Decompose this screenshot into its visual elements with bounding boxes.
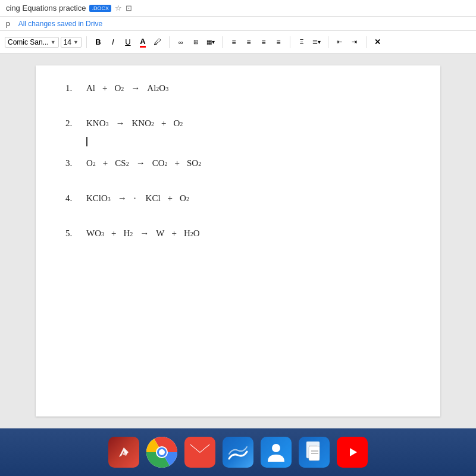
eq-arrow-2: → [116, 118, 125, 129]
comment-button[interactable]: ▦▾ [204, 36, 217, 49]
eq-op-plus-1: + [102, 83, 107, 93]
taskbar-icon-youtube[interactable] [337, 437, 368, 468]
eq-sub-2a: 2 [121, 86, 124, 92]
eq-term-o2-3: O2 [86, 158, 96, 168]
eq-term-so2: SO2 [187, 158, 201, 168]
toolbar-sep-2 [169, 36, 170, 48]
underline-button[interactable]: U [121, 36, 134, 49]
eq-arrow-1: → [131, 83, 140, 93]
highlight-button[interactable]: 🖊 [151, 36, 164, 49]
font-color-label: A [140, 37, 145, 48]
italic-button[interactable]: I [107, 36, 120, 49]
toolbar-sep-4 [290, 36, 290, 48]
document-area: 1. Al + O2 → Al2O3 2. KNO3 → KNO2 + O2 [0, 54, 476, 428]
eq-op-plus-4: + [168, 193, 173, 203]
person-svg [267, 441, 286, 463]
equation-row-3: 3. O2 + CS2 → CO2 + SO2 [65, 158, 411, 168]
eq-sub-2h: 2 [198, 161, 201, 167]
eq-sub-2j: 2 [130, 231, 133, 237]
taskbar-icon-files[interactable] [299, 437, 330, 468]
eq-content-3: O2 + CS2 → CO2 + SO2 [86, 158, 201, 168]
spacing-group: Ξ ☰▾ [295, 36, 323, 49]
font-chevron: ▼ [51, 39, 56, 45]
eq-content-4: KClO3 → · KCl + O2 [86, 193, 189, 203]
link-group: ∞ ⊞ ▦▾ [174, 36, 217, 49]
cursor-container [86, 137, 411, 146]
taskbar-icon-photos[interactable] [261, 437, 292, 468]
link-button[interactable]: ∞ [174, 36, 187, 49]
equation-row-5: 5. WO3 + H2 → W + H2O [65, 228, 411, 239]
youtube-svg [342, 444, 363, 460]
taskbar-icon-gmail[interactable] [184, 437, 215, 468]
eq-content-2: KNO3 → KNO2 + O2 [86, 118, 183, 129]
equation-row-1: 1. Al + O2 → Al2O3 [65, 83, 411, 93]
eq-term-cs2: CS2 [115, 158, 129, 168]
eq-sub-2f: 2 [126, 161, 129, 167]
menu-p[interactable]: p [6, 20, 10, 28]
equation-row-4: 4. KClO3 → · KCl + O2 [65, 193, 411, 203]
eq-term-co2: CO2 [152, 158, 168, 168]
document-title: cing Equations practice [6, 4, 86, 12]
eq-term-al2o3: Al2O3 [147, 83, 168, 93]
eq-arrow-5: → [140, 228, 149, 239]
files-svg [305, 441, 323, 463]
folder-icon[interactable]: ⊡ [126, 4, 132, 12]
bird-svg [114, 443, 133, 462]
eq-sub-3a: 3 [165, 86, 168, 92]
taskbar-icon-bird[interactable] [108, 437, 139, 468]
toolbar: Comic San... ▼ 14 ▼ B I U A 🖊 ∞ ⊞ ▦▾ ≡ ≡… [0, 31, 476, 54]
indent-more[interactable]: ⇥ [348, 36, 361, 49]
indent-less[interactable]: ⇤ [333, 36, 346, 49]
eq-arrow-4: → [118, 193, 127, 203]
font-color-button[interactable]: A [136, 36, 149, 49]
eq-sub-2b: 2 [156, 86, 159, 92]
align-left[interactable]: ≡ [227, 36, 240, 49]
font-size-selector[interactable]: 14 ▼ [61, 37, 82, 48]
eq-sub-3b: 3 [106, 121, 109, 127]
toolbar-sep-6 [366, 36, 367, 48]
toolbar-sep-3 [222, 36, 223, 48]
eq-term-h2o: H2O [184, 228, 200, 239]
line-spacing[interactable]: Ξ [295, 36, 308, 49]
taskbar-icon-maps[interactable] [223, 437, 253, 468]
star-icon[interactable]: ☆ [115, 4, 122, 12]
bold-button[interactable]: B [92, 36, 105, 49]
font-size: 14 [64, 38, 71, 46]
eq-content-1: Al + O2 → Al2O3 [86, 83, 168, 93]
taskbar-icon-chrome[interactable] [146, 437, 177, 468]
gmail-svg [190, 444, 210, 460]
taskbar [0, 428, 476, 476]
eq-num-4: 4. [65, 193, 86, 203]
align-center[interactable]: ≡ [242, 36, 255, 49]
font-selector[interactable]: Comic San... ▼ [5, 37, 59, 48]
eq-op-plus-3b: + [175, 158, 180, 168]
indent-group: ⇤ ⇥ [333, 36, 361, 49]
image-button[interactable]: ⊞ [189, 36, 202, 49]
toolbar-sep-5 [328, 36, 328, 48]
document-page[interactable]: 1. Al + O2 → Al2O3 2. KNO3 → KNO2 + O2 [36, 65, 440, 416]
align-justify[interactable]: ≡ [272, 36, 285, 49]
menu-bar: p All changes saved in Drive [0, 17, 476, 31]
size-chevron: ▼ [73, 39, 79, 45]
list-options[interactable]: ☰▾ [310, 36, 323, 49]
title-bar: cing Equations practice .DOCX ☆ ⊡ [0, 0, 476, 17]
font-name: Comic San... [8, 38, 49, 46]
eq-num-3: 3. [65, 158, 86, 168]
eq-term-h2: H2 [123, 228, 133, 239]
clear-format[interactable]: ✕ [371, 36, 384, 49]
eq-op-plus-5: + [111, 228, 116, 239]
eq-term-o2-4: O2 [180, 193, 189, 203]
svg-point-3 [159, 449, 165, 455]
align-right[interactable]: ≡ [257, 36, 270, 49]
docx-badge: .DOCX [89, 5, 111, 12]
eq-term-kclo3: KClO3 [86, 193, 111, 203]
eq-term-o2-2: O2 [173, 118, 183, 129]
eq-sub-2g: 2 [165, 161, 168, 167]
eq-sub-2i: 2 [186, 196, 189, 202]
eq-sub-2e: 2 [93, 161, 96, 167]
eq-sub-2k: 2 [190, 231, 193, 237]
text-cursor [86, 137, 87, 146]
chrome-svg [146, 437, 177, 468]
maps-svg [228, 442, 248, 462]
eq-term-kno2: KNO2 [132, 118, 155, 129]
